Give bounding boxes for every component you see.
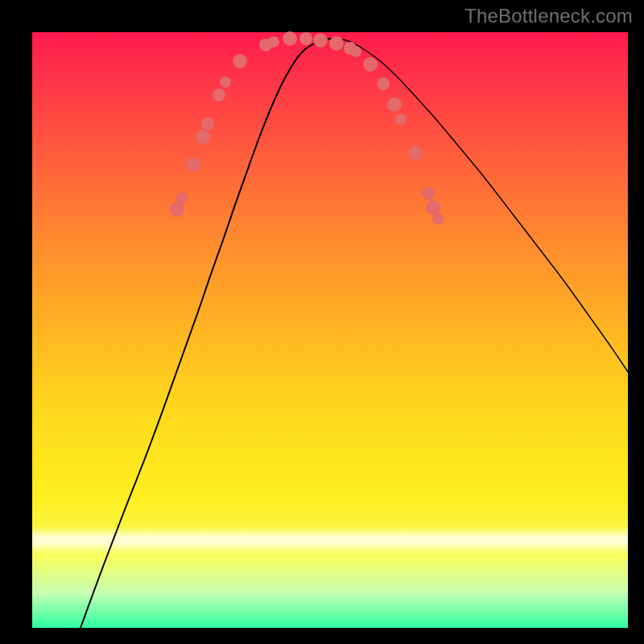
data-marker: [408, 146, 423, 160]
data-marker: [186, 157, 200, 171]
data-marker: [395, 114, 407, 125]
data-marker: [363, 57, 378, 72]
data-marker: [220, 76, 231, 88]
marker-group: [170, 31, 444, 225]
data-marker: [350, 46, 361, 57]
data-marker: [170, 202, 184, 217]
data-marker: [329, 36, 344, 51]
data-marker: [176, 192, 188, 204]
data-marker: [196, 130, 210, 144]
data-marker: [313, 33, 328, 47]
curve-right: [330, 39, 628, 372]
data-marker: [201, 118, 214, 130]
plot-area: [32, 32, 628, 628]
data-marker: [426, 200, 440, 215]
watermark-text: TheBottleneck.com: [464, 5, 633, 27]
chart-svg: [32, 32, 628, 628]
data-marker: [377, 77, 390, 90]
data-marker: [432, 213, 444, 225]
data-marker: [387, 97, 402, 112]
data-marker: [233, 54, 247, 68]
data-marker: [283, 31, 297, 46]
data-marker: [268, 36, 279, 47]
data-marker: [213, 89, 225, 101]
data-marker: [299, 32, 312, 45]
chart-frame: TheBottleneck.com: [0, 0, 644, 644]
data-marker: [422, 187, 435, 200]
